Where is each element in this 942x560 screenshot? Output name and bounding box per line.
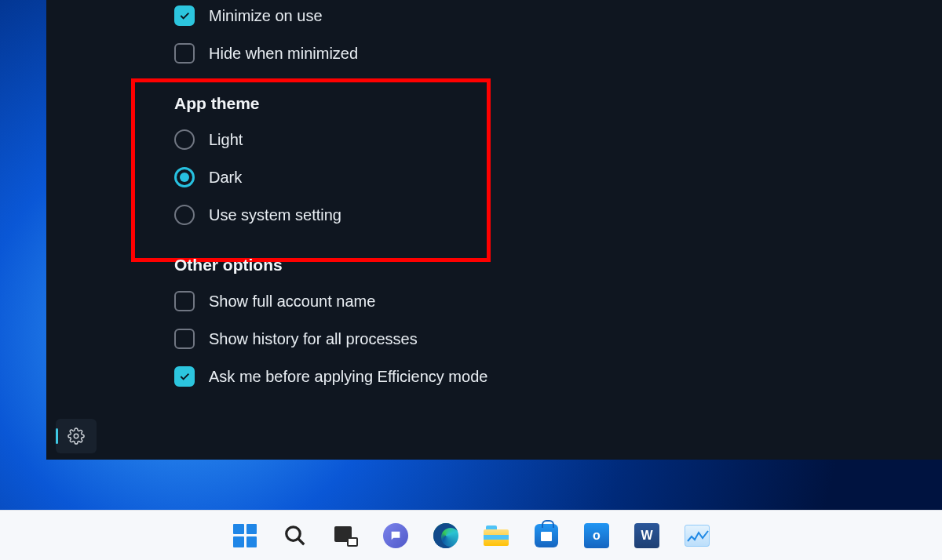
settings-content: Minimize on use Hide when minimized App … [174, 0, 487, 395]
radio-option-dark[interactable]: Dark [174, 158, 487, 196]
radio-label: Dark [209, 169, 242, 187]
task-manager-icon [685, 525, 710, 547]
radio-system[interactable] [174, 205, 195, 225]
option-label: Hide when minimized [209, 45, 358, 63]
option-label: Ask me before applying Efficiency mode [209, 368, 487, 386]
option-full-account-name[interactable]: Show full account name [174, 282, 487, 320]
taskbar-search-button[interactable] [281, 522, 309, 550]
checkbox-ask-efficiency[interactable] [174, 366, 195, 387]
option-label: Show history for all processes [209, 330, 418, 348]
radio-option-light[interactable]: Light [174, 121, 487, 158]
settings-nav-button[interactable] [56, 419, 97, 453]
option-label: Minimize on use [209, 7, 323, 25]
task-view-button[interactable] [331, 522, 360, 550]
edge-icon [433, 523, 458, 548]
outlook-icon: o [584, 523, 609, 548]
option-ask-efficiency[interactable]: Ask me before applying Efficiency mode [174, 358, 487, 395]
radio-label: Use system setting [209, 206, 341, 224]
option-history-all-processes[interactable]: Show history for all processes [174, 320, 487, 358]
taskbar-edge-button[interactable] [432, 522, 460, 550]
microsoft-store-icon [535, 524, 558, 547]
taskbar-file-explorer-button[interactable] [482, 522, 510, 550]
option-label: Show full account name [209, 293, 375, 311]
checkbox-full-account-name[interactable] [174, 291, 195, 311]
settings-window: Minimize on use Hide when minimized App … [46, 0, 942, 460]
taskbar-store-button[interactable] [532, 522, 560, 550]
svg-point-0 [74, 434, 78, 438]
section-title-other-options: Other options [174, 256, 487, 275]
start-button[interactable] [231, 522, 259, 550]
radio-dark[interactable] [174, 167, 195, 187]
task-view-icon [334, 526, 356, 545]
windows-logo-icon [233, 524, 257, 547]
svg-line-2 [298, 538, 305, 544]
option-minimize-on-use[interactable]: Minimize on use [174, 0, 487, 35]
taskbar: o W [0, 510, 942, 560]
checkbox-hide-when-minimized[interactable] [174, 43, 195, 64]
radio-label: Light [209, 131, 243, 149]
taskbar-chat-button[interactable] [382, 522, 410, 550]
checkbox-history-all-processes[interactable] [174, 329, 195, 349]
checkbox-minimize-on-use[interactable] [174, 5, 195, 26]
taskbar-task-manager-button[interactable] [683, 522, 711, 550]
gear-icon [68, 427, 85, 445]
word-icon: W [634, 523, 659, 548]
file-explorer-icon [484, 525, 509, 546]
radio-option-system[interactable]: Use system setting [174, 196, 487, 234]
chat-icon [383, 523, 408, 548]
radio-light[interactable] [174, 129, 195, 150]
svg-point-1 [287, 526, 301, 540]
option-hide-when-minimized[interactable]: Hide when minimized [174, 35, 487, 72]
section-title-app-theme: App theme [174, 94, 487, 113]
taskbar-word-button[interactable]: W [633, 522, 661, 550]
taskbar-outlook-button[interactable]: o [582, 522, 611, 550]
search-icon [283, 524, 307, 547]
